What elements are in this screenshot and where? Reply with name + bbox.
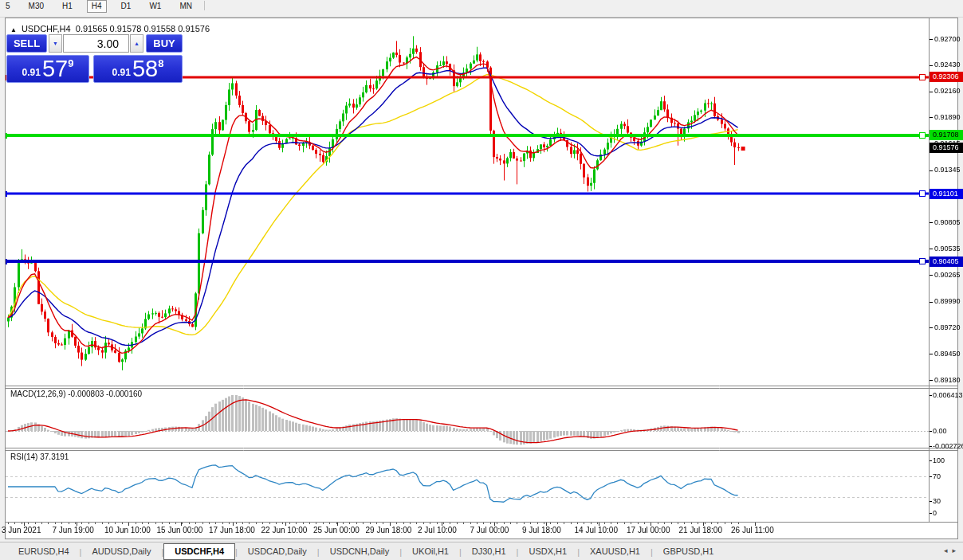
buy-price-display[interactable]: 0.91 58 8 <box>93 55 183 83</box>
tab-UKOil,H1[interactable]: UKOil,H1 <box>402 543 459 560</box>
time-axis-label: 2 Jul 10:00 <box>418 526 457 535</box>
time-axis-label: 17 Jun 18:00 <box>209 526 255 535</box>
price-tick-label: 0.92430 <box>934 61 961 69</box>
tab-USDCAD,Daily[interactable]: USDCAD,Daily <box>238 543 317 560</box>
collapse-triangle-icon[interactable]: ▲ <box>10 26 17 33</box>
ohlc-values: 0.91565 0.91578 0.91558 0.91576 <box>76 24 210 33</box>
sell-button[interactable]: SELL <box>6 34 47 53</box>
tab-XAUUSD,H1[interactable]: XAUUSD,H1 <box>580 543 651 560</box>
tab-USDX,H1[interactable]: USDX,H1 <box>518 543 577 560</box>
timeframe-button-W1[interactable]: W1 <box>145 1 165 12</box>
timeframe-button-M30[interactable]: M30 <box>25 1 48 12</box>
tab-USDCHF,H4[interactable]: USDCHF,H4 <box>163 543 235 560</box>
price-tick-label: 0.90805 <box>934 218 961 226</box>
volume-input[interactable] <box>63 34 129 53</box>
time-axis-label: 3 Jun 2021 <box>2 526 41 535</box>
chart-tabs: EURUSD,H4|AUDUSD,Daily|USDCHF,H4|USDCAD,… <box>0 543 724 560</box>
time-axis-label: 15 Jun 00:00 <box>157 526 203 535</box>
tab-scroll-arrows: ◂▸ <box>944 546 961 554</box>
macd-scale-label: -0.002726 <box>933 442 963 450</box>
buy-price-prefix: 0.91 <box>112 67 131 78</box>
timeframe-button-H1[interactable]: H1 <box>58 1 77 12</box>
time-axis-label: 9 Jul 18:00 <box>522 526 561 535</box>
tab-scroll-left-icon[interactable]: ◂ <box>944 546 953 554</box>
price-badge-0.92306: 0.92306 <box>930 72 963 82</box>
timeframe-button-5[interactable]: 5 <box>2 1 14 12</box>
time-axis-label: 14 Jul 10:00 <box>575 526 619 535</box>
macd-scale-label: 0.006413 <box>933 391 963 399</box>
time-axis-label: 17 Jul 00:00 <box>627 526 670 535</box>
timeframe-buttons: 5M30H1H4D1W1MN <box>0 0 196 13</box>
time-axis-label: 22 Jun 10:00 <box>261 526 308 535</box>
tab-GBPUSD,H1[interactable]: GBPUSD,H1 <box>653 543 725 560</box>
time-axis-label: 26 Jul 11:00 <box>731 526 774 535</box>
price-badge-0.91576: 0.91576 <box>930 143 963 153</box>
price-tick-label: 0.89450 <box>934 350 961 358</box>
time-axis-label: 29 Jun 18:00 <box>366 526 412 535</box>
sell-price-pip-digit: 9 <box>68 57 73 69</box>
timeframe-toolbar: 5M30H1H4D1W1MN <box>0 0 963 18</box>
buy-price-big-digits: 58 <box>132 57 158 80</box>
sell-price-big-digits: 57 <box>42 57 68 80</box>
symbol-header: ▲USDCHF,H4 0.91565 0.91578 0.91558 0.915… <box>10 24 210 33</box>
rsi-scale-label: 0 <box>933 509 937 517</box>
toolbar-separator <box>204 1 205 10</box>
chart-tab-bar: EURUSD,H4|AUDUSD,Daily|USDCHF,H4|USDCAD,… <box>0 542 963 560</box>
price-tick-label: 0.91890 <box>934 113 961 121</box>
rsi-scale-label: 30 <box>933 497 941 505</box>
tab-DJ30,H1[interactable]: DJ30,H1 <box>462 543 517 560</box>
rsi-scale-label: 100 <box>933 456 945 464</box>
price-tick-label: 0.92700 <box>934 35 961 43</box>
sell-price-display[interactable]: 0.91 57 9 <box>6 55 89 83</box>
tab-EURUSD,H4[interactable]: EURUSD,H4 <box>8 543 80 560</box>
sell-price-prefix: 0.91 <box>22 67 41 78</box>
price-tick-label: 0.89180 <box>934 376 961 384</box>
price-chart-canvas[interactable] <box>0 0 963 560</box>
time-axis-label: 7 Jul 00:00 <box>470 526 509 535</box>
price-badge-0.91101: 0.91101 <box>930 189 963 199</box>
buy-price-pip-digit: 8 <box>158 57 163 69</box>
tab-USDCNH,Daily[interactable]: USDCNH,Daily <box>320 543 400 560</box>
price-tick-label: 0.90535 <box>934 245 961 253</box>
rsi-label: RSI(14) 37.3191 <box>10 452 69 461</box>
price-tick-label: 0.89990 <box>934 297 961 305</box>
timeframe-button-D1[interactable]: D1 <box>117 1 136 12</box>
tab-AUDUSD,Daily[interactable]: AUDUSD,Daily <box>81 543 161 560</box>
time-axis-label: 21 Jul 18:00 <box>679 526 723 535</box>
price-tick-label: 0.91345 <box>934 166 961 174</box>
tab-scroll-right-icon[interactable]: ▸ <box>952 546 961 554</box>
price-tick-label: 0.89720 <box>934 323 961 331</box>
time-axis-label: 10 Jun 10:00 <box>104 526 151 535</box>
time-axis-label: 7 Jun 19:00 <box>53 526 94 535</box>
price-tick-label: 0.90265 <box>934 271 961 279</box>
buy-button[interactable]: BUY <box>146 34 183 53</box>
price-tick-label: 0.92160 <box>934 87 961 95</box>
macd-label: MACD(12,26,9) -0.000803 -0.000160 <box>10 390 142 398</box>
timeframe-button-MN[interactable]: MN <box>175 1 196 12</box>
volume-decrease-button[interactable]: ▼ <box>49 34 62 53</box>
one-click-trading-panel: SELL ▼ ▲ BUY 0.91 57 9 0.91 58 8 <box>6 34 183 83</box>
price-badge-0.90405: 0.90405 <box>930 257 963 267</box>
volume-increase-button[interactable]: ▲ <box>130 34 143 53</box>
rsi-scale-label: 70 <box>933 472 941 480</box>
time-axis-label: 25 Jun 00:00 <box>313 526 360 535</box>
price-badge-0.91708: 0.91708 <box>930 130 963 140</box>
macd-scale-label: 0.00 <box>933 427 947 435</box>
chart-title: USDCHF,H4 <box>22 24 71 33</box>
timeframe-button-H4[interactable]: H4 <box>87 0 107 13</box>
